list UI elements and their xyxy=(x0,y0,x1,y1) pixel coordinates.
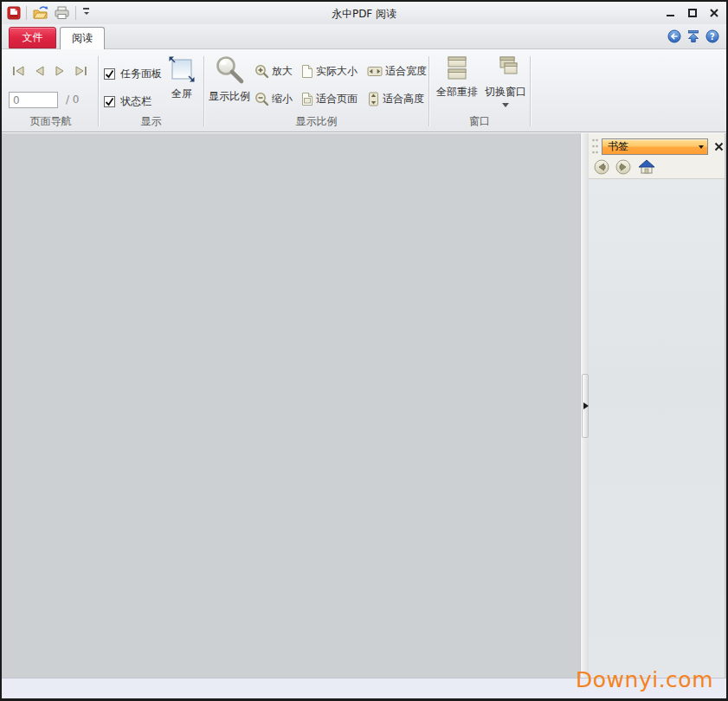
panel-grip-icon[interactable] xyxy=(591,138,599,155)
fit-page-label: 适合页面 xyxy=(316,92,358,106)
checkbox-checked-icon xyxy=(104,96,115,107)
task-panel-label: 任务面板 xyxy=(120,67,162,81)
title-bar: 永中PDF 阅读 xyxy=(2,2,726,24)
watermark-text: Downyi.com xyxy=(576,667,713,692)
dropdown-arrow-icon xyxy=(699,145,704,151)
fit-height-icon xyxy=(367,92,380,106)
checkbox-checked-icon xyxy=(104,68,115,80)
fit-page-icon xyxy=(301,92,313,106)
status-bar-label: 状态栏 xyxy=(120,94,151,109)
tab-row: 文件 阅读 ? xyxy=(2,24,726,48)
panel-close-button[interactable] xyxy=(712,140,725,152)
main-area: 书签 xyxy=(2,133,726,678)
bookmark-panel: 书签 xyxy=(589,133,726,678)
group-separator xyxy=(530,56,531,126)
panel-toolbar xyxy=(589,157,725,177)
zoom-in-label: 放大 xyxy=(272,64,293,79)
page-icon xyxy=(301,64,313,79)
first-page-icon[interactable] xyxy=(10,63,27,79)
page-number-input[interactable] xyxy=(9,92,58,108)
fit-height-button[interactable]: 适合高度 xyxy=(367,92,424,106)
splitter xyxy=(580,133,589,678)
zoom-out-label: 缩小 xyxy=(272,92,293,106)
task-panel-checkbox[interactable]: 任务面板 xyxy=(104,67,162,81)
svg-text:?: ? xyxy=(710,32,715,42)
page-nav-buttons xyxy=(10,63,89,79)
zoom-out-button[interactable]: 缩小 xyxy=(254,92,293,106)
zoom-in-button[interactable]: 放大 xyxy=(254,64,293,79)
prev-page-icon[interactable] xyxy=(31,63,48,79)
arrange-windows-icon xyxy=(445,55,469,81)
fit-width-button[interactable]: 适合宽度 xyxy=(367,64,427,79)
fit-height-label: 适合高度 xyxy=(383,92,424,106)
page-total-label: / 0 xyxy=(66,93,80,106)
bookmark-home-button[interactable] xyxy=(637,159,655,174)
bookmark-back-button[interactable] xyxy=(594,159,609,175)
back-icon[interactable] xyxy=(667,29,681,43)
group-page-navigation: / 0 页面导航 xyxy=(3,49,98,132)
arrange-all-button[interactable]: 全部重排 xyxy=(433,55,481,100)
group-zoom: 显示比例 放大 缩小 xyxy=(204,49,428,132)
fit-width-icon xyxy=(367,65,383,78)
ribbon: / 0 页面导航 任务面板 状态栏 xyxy=(2,48,726,132)
group-label-zoom: 显示比例 xyxy=(204,114,428,129)
zoom-ratio-label: 显示比例 xyxy=(209,89,250,104)
fullscreen-label: 全屏 xyxy=(171,87,192,101)
fit-width-label: 适合宽度 xyxy=(385,64,427,79)
help-icon[interactable]: ? xyxy=(705,29,719,43)
actual-size-button[interactable]: 实际大小 xyxy=(301,64,358,79)
window-title: 永中PDF 阅读 xyxy=(2,7,726,22)
magnifier-icon xyxy=(214,55,245,86)
window-controls xyxy=(665,7,719,19)
bookmark-forward-button[interactable] xyxy=(615,159,631,175)
arrange-all-label: 全部重排 xyxy=(436,85,478,100)
zoom-out-icon xyxy=(254,92,269,106)
zoom-in-icon xyxy=(254,64,269,79)
app-window: 永中PDF 阅读 文件 阅读 ? xyxy=(0,0,728,701)
group-label-display: 显示 xyxy=(99,114,203,129)
splitter-collapse-handle[interactable] xyxy=(582,374,589,438)
tab-read[interactable]: 阅读 xyxy=(60,27,105,49)
switch-window-button[interactable]: 切换窗口 xyxy=(483,55,528,107)
group-label-page-navigation: 页面导航 xyxy=(3,114,98,129)
close-button[interactable] xyxy=(708,8,719,19)
actual-size-label: 实际大小 xyxy=(316,64,358,79)
fit-page-button[interactable]: 适合页面 xyxy=(301,92,358,106)
status-bar-checkbox[interactable]: 状态栏 xyxy=(104,94,151,109)
zoom-ratio-button[interactable]: 显示比例 xyxy=(206,55,253,104)
document-canvas xyxy=(2,133,580,678)
fullscreen-icon xyxy=(168,55,196,83)
next-page-icon[interactable] xyxy=(52,63,68,79)
minimize-button[interactable] xyxy=(665,8,676,19)
panel-type-dropdown[interactable]: 书签 xyxy=(602,138,708,155)
fullscreen-button[interactable]: 全屏 xyxy=(163,55,201,101)
panel-type-value: 书签 xyxy=(608,139,628,154)
switch-window-icon xyxy=(493,55,519,81)
group-display: 任务面板 状态栏 全屏 显示 xyxy=(99,49,203,132)
last-page-icon[interactable] xyxy=(73,63,89,79)
group-label-window: 窗口 xyxy=(429,114,530,129)
panel-header: 书签 xyxy=(589,138,725,155)
go-top-icon[interactable] xyxy=(686,29,700,43)
maximize-button[interactable] xyxy=(686,8,698,19)
group-window: 全部重排 切换窗口 窗口 xyxy=(429,49,530,132)
tab-file[interactable]: 文件 xyxy=(9,27,56,48)
switch-window-label: 切换窗口 xyxy=(485,85,526,100)
bookmark-list-area xyxy=(589,178,725,678)
help-nav-icons: ? xyxy=(667,29,719,43)
dropdown-caret-icon xyxy=(502,103,509,107)
